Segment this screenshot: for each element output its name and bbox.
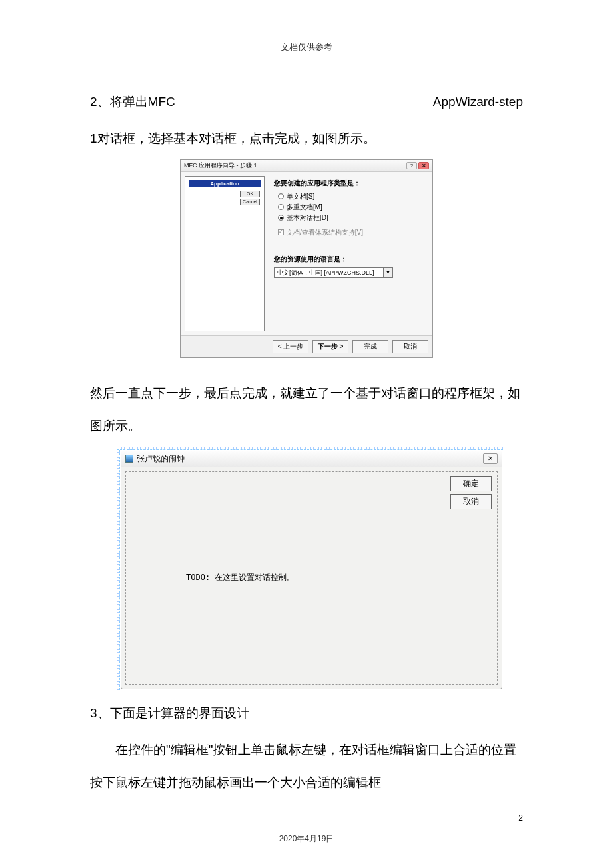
checkbox-label: 文档/查看体系结构支持[V] (287, 228, 363, 237)
wizard-dialog: MFC 应用程序向导 - 步骤 1 ? ✕ Application OK Can… (180, 159, 433, 358)
preview-ok-button: OK (240, 191, 260, 197)
wizard-options: 您要创建的应用程序类型是： 单文档[S] 多重文档[M] 基本对话框[D] 文档… (269, 172, 432, 335)
question-type: 您要创建的应用程序类型是： (274, 179, 427, 188)
wizard-preview-pane: Application OK Cancel (185, 176, 265, 331)
app-banner: Application (189, 180, 261, 187)
checkbox-icon (278, 229, 284, 235)
dialog-close-button[interactable]: ✕ (483, 453, 498, 464)
wizard-footer: < 上一步 下一步 > 完成 取消 (181, 335, 432, 357)
lang-dropdown[interactable]: 中文[简体，中国] [APPWZCHS.DLL] ▼ (274, 267, 427, 278)
wizard-title-text: MFC 应用程序向导 - 步骤 1 (184, 161, 257, 170)
radio-single-doc[interactable]: 单文档[S] (278, 192, 427, 201)
radio-multi-doc[interactable]: 多重文档[M] (278, 203, 427, 212)
para1-right: AppWizard-step (433, 85, 523, 118)
paragraph-2: 1对话框，选择基本对话框，点击完成，如图所示。 (90, 122, 523, 155)
preview-cancel-button: Cancel (240, 199, 260, 205)
lang-value: 中文[简体，中国] [APPWZCHS.DLL] (274, 267, 384, 278)
dialog-title: 张卢锐的闹钟 (137, 453, 185, 465)
dialog-cancel-button[interactable]: 取消 (450, 494, 492, 509)
dialog-titlebar: 张卢锐的闹钟 ✕ (121, 451, 502, 467)
close-icon[interactable]: ✕ (418, 162, 429, 169)
app-icon (125, 455, 133, 463)
radio-icon (278, 215, 284, 221)
cancel-button[interactable]: 取消 (392, 340, 428, 353)
chevron-down-icon[interactable]: ▼ (384, 267, 393, 278)
dialog-editor: 张卢锐的闹钟 ✕ 确定 取消 TODO: 在这里设置对话控制。 (117, 447, 503, 690)
help-icon[interactable]: ? (406, 162, 417, 169)
radio-label: 多重文档[M] (287, 203, 322, 212)
page-content: 2、将弹出MFC AppWizard-step 1对话框，选择基本对话框，点击完… (0, 53, 613, 799)
radio-label: 基本对话框[D] (287, 213, 328, 223)
radio-icon (278, 204, 284, 210)
page-number: 2 (518, 813, 523, 823)
question-lang: 您的资源使用的语言是： (274, 255, 427, 264)
paragraph-5: 在控件的"编辑框"按钮上单击鼠标左键，在对话框编辑窗口上合适的位置按下鼠标左键并… (90, 733, 523, 799)
wizard-titlebar: MFC 应用程序向导 - 步骤 1 ? ✕ (181, 160, 432, 172)
todo-placeholder: TODO: 在这里设置对话控制。 (186, 572, 295, 583)
prev-button[interactable]: < 上一步 (273, 340, 308, 353)
header-note: 文档仅供参考 (0, 0, 613, 53)
finish-button[interactable]: 完成 (352, 340, 388, 353)
radio-icon (278, 193, 284, 199)
paragraph-3: 然后一直点下一步，最后点完成，就建立了一个基于对话窗口的程序框架，如图所示。 (90, 377, 523, 443)
para1-left: 2、将弹出MFC (90, 85, 175, 118)
dialog-content: 确定 取消 TODO: 在这里设置对话控制。 (125, 471, 498, 685)
dialog-window: 张卢锐的闹钟 ✕ 确定 取消 TODO: 在这里设置对话控制。 (121, 451, 502, 689)
paragraph-1: 2、将弹出MFC AppWizard-step (90, 85, 523, 118)
footer-date: 2020年4月19日 (0, 833, 613, 845)
paragraph-4: 3、下面是计算器的界面设计 (90, 697, 523, 729)
next-button[interactable]: 下一步 > (312, 340, 348, 353)
checkbox-docview[interactable]: 文档/查看体系结构支持[V] (278, 228, 427, 237)
dialog-ok-button[interactable]: 确定 (450, 476, 492, 491)
radio-dialog[interactable]: 基本对话框[D] (278, 213, 427, 223)
radio-label: 单文档[S] (287, 192, 314, 201)
